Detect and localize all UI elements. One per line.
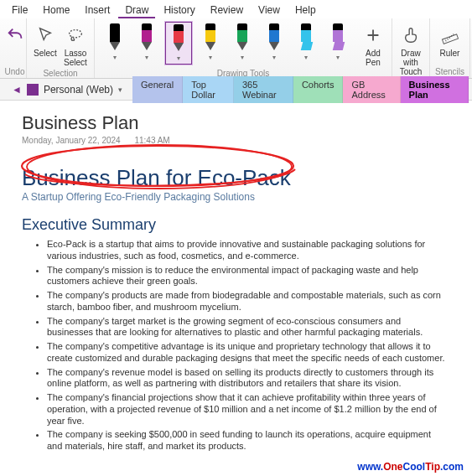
section-tab-general[interactable]: General: [132, 76, 183, 103]
menu-history[interactable]: History: [157, 3, 201, 18]
ribbon-group-input: Draw with Touch Input Mode: [392, 18, 430, 78]
menu-home[interactable]: Home: [36, 3, 76, 18]
undo-icon: [6, 26, 24, 44]
notebook-bar: ◄ Personal (Web) ▾ GeneralTop Dollar365 …: [0, 79, 472, 101]
menu-insert[interactable]: Insert: [78, 3, 117, 18]
ribbon-group-selection: Select Lasso Select Selection: [27, 18, 95, 78]
pen-7[interactable]: ▾: [324, 22, 351, 65]
plus-icon: [364, 26, 382, 44]
chevron-down-icon: ▾: [113, 54, 117, 61]
svg-rect-1: [442, 34, 458, 44]
chevron-down-icon: ▾: [272, 54, 276, 61]
highlighter-icon: [333, 23, 343, 52]
section-tab-top-dollar[interactable]: Top Dollar: [183, 76, 234, 103]
cursor-icon: [36, 26, 54, 44]
group-label-selection: Selection: [43, 69, 77, 79]
bullet-item[interactable]: The company is seeking $500,000 in seed …: [47, 429, 450, 453]
pen-0[interactable]: ▾: [101, 22, 128, 65]
ruler-button[interactable]: Ruler: [437, 20, 464, 60]
menu-help[interactable]: Help: [288, 3, 323, 18]
notebook-selector[interactable]: ◄ Personal (Web) ▾: [3, 82, 131, 97]
add-pen-button[interactable]: Add Pen: [360, 20, 386, 69]
chevron-down-icon: ▾: [336, 54, 340, 61]
chevron-down-icon: ▾: [145, 54, 148, 61]
pen-2[interactable]: ▾: [165, 22, 192, 65]
pen-icon: [205, 23, 215, 52]
watermark-url: www.OneCoolTip.com: [357, 461, 464, 473]
page-canvas[interactable]: Business Plan Monday, January 22, 2024 1…: [0, 101, 472, 461]
svg-point-0: [70, 30, 82, 38]
section-heading[interactable]: Executive Summary: [22, 216, 450, 234]
pen-5[interactable]: ▾: [261, 22, 288, 65]
bullet-item[interactable]: The company's competitive advantage is i…: [47, 341, 450, 365]
bullet-item[interactable]: The company's mission is to reduce the e…: [47, 265, 450, 288]
section-tab-cohorts[interactable]: Cohorts: [293, 76, 344, 103]
pen-icon: [269, 23, 279, 52]
touch-icon: [402, 26, 420, 44]
select-button[interactable]: Select: [32, 20, 59, 60]
notebook-icon: [27, 84, 39, 96]
chevron-down-icon: ▾: [177, 54, 180, 62]
pen-icon: [110, 23, 120, 52]
chevron-left-icon: ◄: [12, 84, 22, 96]
chevron-down-icon: ▾: [118, 85, 122, 94]
ribbon-group-undo: Undo: [3, 18, 27, 78]
draw-with-touch-button[interactable]: Draw with Touch: [397, 20, 424, 78]
page-title[interactable]: Business Plan: [22, 112, 450, 134]
ruler-icon: [441, 26, 459, 44]
group-label-undo: Undo: [5, 67, 25, 77]
pen-icon: [142, 23, 152, 52]
section-tab-365-webinar[interactable]: 365 Webinar: [234, 76, 293, 103]
bullet-item[interactable]: The company's financial projections show…: [47, 392, 450, 427]
section-tabs: GeneralTop Dollar365 WebinarCohortsGB Ad…: [132, 76, 469, 103]
menu-file[interactable]: File: [5, 3, 34, 18]
bullet-item[interactable]: Eco-Pack is a startup that aims to provi…: [47, 239, 450, 262]
lasso-select-button[interactable]: Lasso Select: [62, 20, 89, 69]
notebook-name: Personal (Web): [44, 84, 113, 96]
ribbon-group-stencils: Ruler Stencils: [430, 18, 470, 78]
highlighter-icon: [301, 23, 311, 52]
ribbon: Undo Select Lasso Select Selection ▾▾▾▾▾…: [0, 18, 472, 79]
bullet-item[interactable]: The company's revenue model is based on …: [47, 367, 450, 391]
section-tab-business-plan[interactable]: Business Plan: [401, 76, 469, 103]
menu-draw[interactable]: Draw: [118, 3, 155, 18]
chevron-down-icon: ▾: [209, 54, 212, 61]
menu-view[interactable]: View: [252, 3, 287, 18]
pen-1[interactable]: ▾: [133, 22, 160, 65]
pen-icon: [174, 24, 184, 53]
ink-circle-annotation: [17, 141, 302, 193]
bullet-item[interactable]: The company's target market is the growi…: [47, 316, 450, 339]
pen-4[interactable]: ▾: [229, 22, 256, 65]
undo-button[interactable]: [2, 20, 29, 50]
chevron-down-icon: ▾: [304, 54, 308, 61]
pen-icon: [237, 23, 247, 52]
menu-review[interactable]: Review: [204, 3, 250, 18]
chevron-down-icon: ▾: [241, 54, 244, 61]
ribbon-group-drawing: ▾▾▾▾▾▾▾▾ Add Pen Drawing Tools: [95, 18, 392, 78]
lasso-icon: [66, 26, 85, 44]
pen-3[interactable]: ▾: [197, 22, 224, 65]
pen-6[interactable]: ▾: [293, 22, 319, 65]
bullet-list[interactable]: Eco-Pack is a startup that aims to provi…: [47, 239, 450, 453]
menu-bar: FileHomeInsertDrawHistoryReviewViewHelp: [0, 0, 472, 18]
pen-gallery: ▾▾▾▾▾▾▾▾: [100, 20, 353, 65]
doc-subtitle[interactable]: A Startup Offering Eco-Friendly Packagin…: [22, 191, 450, 203]
section-tab-gb-address[interactable]: GB Address: [343, 76, 400, 103]
bullet-item[interactable]: The company's products are made from bio…: [47, 290, 450, 313]
